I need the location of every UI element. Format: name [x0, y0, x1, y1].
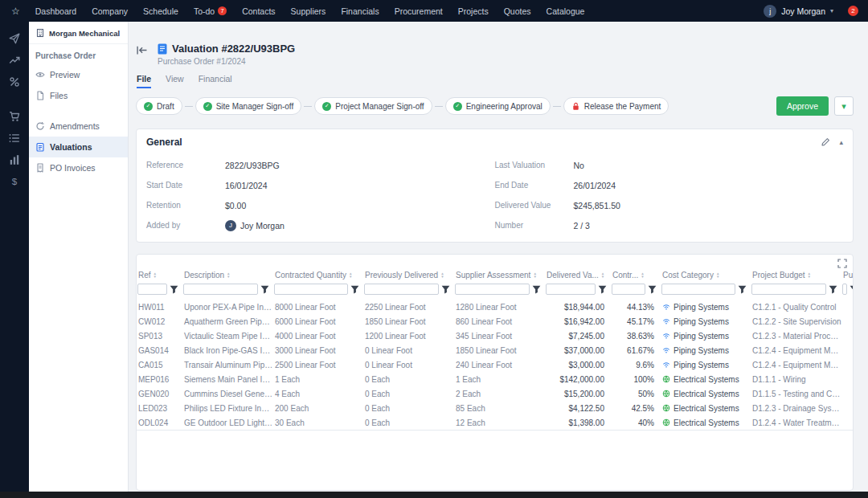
- collapse-icon[interactable]: ▴: [839, 138, 843, 146]
- cell-cost-category: Electrical Systems: [661, 375, 751, 384]
- trending-up-icon[interactable]: [9, 55, 20, 66]
- column-header-ref[interactable]: Ref▲▼: [137, 271, 182, 280]
- expand-icon[interactable]: [837, 259, 847, 268]
- table-row-sp013[interactable]: SP013Victaulic Steam Pipe Installation..…: [137, 329, 853, 343]
- filter-cell-previously-delivered: [363, 284, 454, 295]
- filter-funnel-icon[interactable]: [350, 284, 360, 295]
- tab-view[interactable]: View: [166, 74, 184, 88]
- filter-input-contr[interactable]: [612, 284, 645, 295]
- filter-input-project-budget[interactable]: [751, 284, 826, 295]
- filter-funnel-icon[interactable]: [597, 284, 608, 295]
- filter-funnel-icon[interactable]: [531, 284, 542, 295]
- column-header-delivered-va[interactable]: Delivered Va...▲▼: [545, 271, 611, 280]
- filter-funnel-icon[interactable]: [647, 284, 657, 295]
- edit-icon[interactable]: [821, 137, 830, 147]
- filter-input-delivered-va[interactable]: [546, 284, 596, 295]
- sidebar-item-amendments[interactable]: Amendments: [29, 116, 128, 137]
- table-row-odl024[interactable]: ODL024GE Outdoor LED Light Installation.…: [137, 415, 853, 430]
- filter-funnel-icon[interactable]: [849, 284, 853, 295]
- dollar-icon[interactable]: $: [9, 176, 20, 187]
- electrical-icon: [662, 375, 670, 383]
- workflow-step-draft[interactable]: ✓Draft: [136, 97, 182, 115]
- column-header-contracted-quantity[interactable]: Contracted Quantity▲▼: [273, 271, 363, 280]
- table-row-cw012[interactable]: CW012Aquatherm Green Pipe Installation..…: [137, 314, 853, 329]
- cell-delivered-value: $4,122.50: [545, 404, 611, 413]
- user-avatar[interactable]: j: [764, 5, 776, 18]
- filter-funnel-icon[interactable]: [828, 284, 838, 295]
- notification-badge[interactable]: 2: [848, 6, 858, 16]
- filter-input-contracted-quantity[interactable]: [274, 284, 348, 295]
- cell-cost-category: Piping Systems: [661, 332, 751, 341]
- nav-item-procurement[interactable]: Procurement: [395, 6, 443, 16]
- cell-contract-percent: 9.6%: [611, 361, 661, 369]
- column-header-contr[interactable]: Contr...▲▼: [611, 271, 661, 280]
- filter-input-pu[interactable]: [842, 284, 847, 295]
- filter-funnel-icon[interactable]: [169, 284, 179, 295]
- table-row-gen020[interactable]: GEN020Cummins Diesel Generator Install..…: [137, 386, 853, 401]
- piping-icon: [662, 346, 670, 354]
- nav-item-schedule[interactable]: Schedule: [143, 6, 178, 16]
- nav-item-contacts[interactable]: Contacts: [242, 6, 275, 16]
- tab-financial[interactable]: Financial: [199, 74, 232, 88]
- filter-input-cost-category[interactable]: [661, 284, 735, 295]
- tab-bar: FileViewFinancial: [129, 66, 868, 88]
- cell-contract-percent: 45.17%: [611, 317, 661, 326]
- tab-file[interactable]: File: [137, 74, 151, 88]
- column-header-cost-category[interactable]: Cost Category▲▼: [661, 271, 751, 280]
- table-row-hw011[interactable]: HW011Uponor PEX-A Pipe Installation for.…: [137, 300, 853, 314]
- field-start-date: Start Date16/01/2024: [146, 175, 495, 195]
- user-name[interactable]: Joy Morgan: [781, 6, 825, 16]
- column-header-pu[interactable]: Pu...▲▼: [841, 271, 853, 280]
- send-icon[interactable]: [9, 33, 20, 44]
- field-retention: Retention$0.00: [146, 195, 495, 215]
- cell-description: Black Iron Pipe-GAS Installation: [182, 346, 273, 355]
- nav-item-projects[interactable]: Projects: [458, 6, 489, 16]
- table-row-mep016[interactable]: MEP016Siemens Main Panel Installation1 E…: [137, 372, 853, 386]
- table-row-ca015[interactable]: CA015Transair Aluminum Pipe Installation…: [137, 357, 853, 372]
- column-header-previously-delivered[interactable]: Previously Delivered▲▼: [363, 271, 454, 280]
- workflow-step-site-manager-sign-off[interactable]: ✓Site Manager Sign-off: [195, 97, 302, 115]
- cell-project-budget: C1.2.4 - Equipment Manage...: [751, 346, 841, 355]
- column-header-project-budget[interactable]: Project Budget▲▼: [751, 271, 841, 280]
- workflow-more-button[interactable]: ▾: [834, 96, 854, 116]
- company-switcher[interactable]: Morgan Mechanical: [29, 22, 128, 44]
- filter-funnel-icon[interactable]: [737, 284, 747, 295]
- nav-item-financials[interactable]: Financials: [341, 6, 379, 16]
- preview-icon: [35, 70, 45, 80]
- nav-item-dashboard[interactable]: Dashboard: [35, 6, 76, 16]
- sort-icon: ▲▼: [533, 272, 536, 278]
- table-row-gas014[interactable]: GAS014Black Iron Pipe-GAS Installation30…: [137, 343, 853, 357]
- purchase-order-link[interactable]: Purchase Order #1/2024: [158, 57, 295, 66]
- sidebar-item-po-invoices[interactable]: PO Invoices: [29, 157, 128, 178]
- column-header-description[interactable]: Description▲▼: [182, 271, 273, 280]
- sidebar-item-valuations[interactable]: Valuations: [29, 137, 128, 157]
- table-row-led023[interactable]: LED023Philips LED Fixture Installation o…: [137, 401, 853, 415]
- filter-input-supplier-assessment[interactable]: [455, 284, 530, 295]
- nav-item-suppliers[interactable]: Suppliers: [291, 6, 326, 16]
- filter-funnel-icon[interactable]: [440, 284, 451, 295]
- cell-previously-delivered: 0 Each: [363, 375, 454, 384]
- sidebar-item-preview[interactable]: Preview: [29, 64, 128, 85]
- filter-input-previously-delivered[interactable]: [364, 284, 439, 295]
- list-icon[interactable]: [9, 133, 20, 144]
- cell-supplier-assessment: 85 Each: [454, 404, 545, 413]
- workflow-step-engineering-approval[interactable]: ✓Engineering Approval: [445, 97, 551, 115]
- back-button[interactable]: [136, 45, 148, 55]
- favorites-star-icon[interactable]: ☆: [11, 6, 20, 16]
- sidebar-item-files[interactable]: Files: [29, 85, 128, 106]
- workflow-step-project-manager-sign-off[interactable]: ✓Project Manager Sign-off: [314, 97, 432, 115]
- filter-input-description[interactable]: [183, 284, 258, 295]
- column-header-supplier-assessment[interactable]: Supplier Assessment▲▼: [454, 271, 545, 280]
- filter-input-ref[interactable]: [137, 284, 167, 295]
- approve-button[interactable]: Approve: [776, 96, 829, 116]
- bar-chart-icon[interactable]: [9, 154, 20, 165]
- nav-item-quotes[interactable]: Quotes: [504, 6, 531, 16]
- workflow-step-release-the-payment[interactable]: Release the Payment: [563, 97, 669, 115]
- filter-funnel-icon[interactable]: [260, 284, 270, 295]
- percent-icon[interactable]: [9, 76, 20, 88]
- chevron-down-icon[interactable]: ▾: [830, 7, 833, 14]
- nav-item-to-do[interactable]: To-do7: [194, 6, 227, 16]
- cart-icon[interactable]: [9, 111, 20, 122]
- nav-item-catalogue[interactable]: Catalogue: [547, 6, 585, 16]
- nav-item-company[interactable]: Company: [92, 6, 128, 16]
